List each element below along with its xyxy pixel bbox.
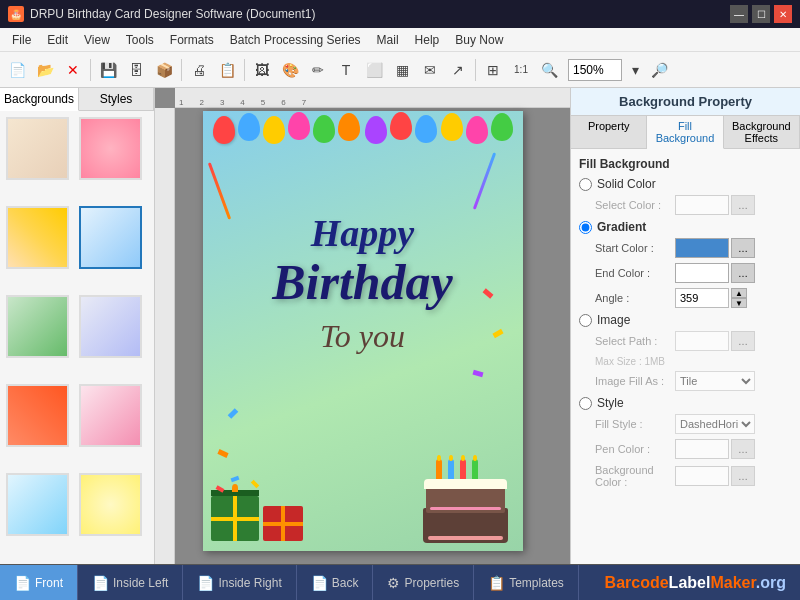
brand-text: BarcodeLabelMaker.org [605,574,786,592]
tab-inside-left[interactable]: 📄 Inside Left [78,565,183,600]
solid-color-pick-button[interactable]: … [731,195,755,215]
tab-background-effects[interactable]: Background Effects [724,116,800,148]
image-radio[interactable] [579,314,592,327]
open-button[interactable]: 📂 [32,57,58,83]
angle-down-button[interactable]: ▼ [731,298,747,308]
new-button[interactable]: 📄 [4,57,30,83]
style-radio[interactable] [579,397,592,410]
email-button[interactable]: ✉ [417,57,443,83]
fill-style-label: Fill Style : [595,418,675,430]
print-button[interactable]: 🖨 [186,57,212,83]
zoom-out-button[interactable]: 🔎 [646,57,672,83]
brand-barcode: Barcode [605,574,669,591]
menu-mail[interactable]: Mail [369,31,407,49]
fill-background-content: Fill Background Solid Color Select Color… [571,149,800,564]
pencil-button[interactable]: ✏ [305,57,331,83]
balloon-red [213,116,235,144]
grid-button[interactable]: ⊞ [480,57,506,83]
tab-backgrounds[interactable]: Backgrounds [0,88,79,111]
pen-color-swatch[interactable] [675,439,729,459]
tab-inside-right-label: Inside Right [218,576,281,590]
save-button[interactable]: 💾 [95,57,121,83]
background-thumb-5[interactable] [6,295,69,358]
bg-color-swatch[interactable] [675,466,729,486]
angle-up-button[interactable]: ▲ [731,288,747,298]
shape-button[interactable]: ⬜ [361,57,387,83]
text-button[interactable]: T [333,57,359,83]
select-path-row: Select Path : … [579,331,792,351]
tab-templates[interactable]: 📋 Templates [474,565,579,600]
tab-inside-left-label: Inside Left [113,576,168,590]
cursor-button[interactable]: ↗ [445,57,471,83]
property-tabs: Property Fill Background Background Effe… [571,116,800,149]
image-button[interactable]: 🖼 [249,57,275,83]
tab-property[interactable]: Property [571,116,647,148]
tab-front[interactable]: 📄 Front [0,565,78,600]
barcode-button[interactable]: ▦ [389,57,415,83]
menu-buynow[interactable]: Buy Now [447,31,511,49]
print2-button[interactable]: 📋 [214,57,240,83]
tab-properties[interactable]: ⚙ Properties [373,565,474,600]
solid-color-radio[interactable] [579,178,592,191]
zoom-dropdown-button[interactable]: ▾ [626,57,644,83]
horizontal-ruler: 1 2 3 4 5 6 7 [175,88,570,108]
minimize-button[interactable]: — [730,5,748,23]
background-thumb-8[interactable] [79,384,142,447]
menu-help[interactable]: Help [407,31,448,49]
background-thumb-2[interactable] [79,117,142,180]
tab-back[interactable]: 📄 Back [297,565,374,600]
panel-tabs: Backgrounds Styles [0,88,154,111]
pen-color-pick-button[interactable]: … [731,439,755,459]
solid-color-row: Solid Color [579,177,792,191]
menu-edit[interactable]: Edit [39,31,76,49]
background-thumb-9[interactable] [6,473,69,536]
ratio-button[interactable]: 1:1 [508,57,534,83]
tab-inside-right[interactable]: 📄 Inside Right [183,565,296,600]
fill-style-select[interactable]: DashedHorizontal [675,414,755,434]
right-panel: Background Property Property Fill Backgr… [570,88,800,564]
background-thumb-10[interactable] [79,473,142,536]
birthday-text: Birthday [203,255,523,310]
brand-label: Label [669,574,711,591]
maximize-button[interactable]: ☐ [752,5,770,23]
brand-maker: Maker [710,574,755,591]
close-button[interactable]: ✕ [774,5,792,23]
color-button[interactable]: 🎨 [277,57,303,83]
menu-formats[interactable]: Formats [162,31,222,49]
brand-org: .org [756,574,786,591]
background-thumb-1[interactable] [6,117,69,180]
background-thumb-3[interactable] [6,206,69,269]
solid-color-swatch[interactable] [675,195,729,215]
tab-styles[interactable]: Styles [79,88,154,110]
start-color-swatch[interactable] [675,238,729,258]
start-color-label: Start Color : [595,242,675,254]
balloon-yellow [263,116,285,144]
end-color-swatch[interactable] [675,263,729,283]
angle-input[interactable] [675,288,729,308]
save-all-button[interactable]: 📦 [151,57,177,83]
background-thumb-4[interactable] [79,206,142,269]
menu-view[interactable]: View [76,31,118,49]
canvas-area: 1 2 3 4 5 6 7 [155,88,570,564]
select-path-button[interactable]: … [731,331,755,351]
background-thumb-7[interactable] [6,384,69,447]
birthday-card[interactable]: Happy Birthday To you [203,111,523,551]
bg-color-pick-button[interactable]: … [731,466,755,486]
pen-color-row: Pen Color : … [579,439,792,459]
select-path-input[interactable] [675,331,729,351]
image-fill-as-select[interactable]: Tile [675,371,755,391]
zoom-input[interactable] [568,59,622,81]
menu-tools[interactable]: Tools [118,31,162,49]
tab-fill-background[interactable]: Fill Background [647,116,723,149]
save-as-button[interactable]: 🗄 [123,57,149,83]
gradient-radio[interactable] [579,221,592,234]
menu-file[interactable]: File [4,31,39,49]
zoom-in-button[interactable]: 🔍 [536,57,562,83]
window-controls: — ☐ ✕ [730,5,792,23]
close-doc-button[interactable]: ✕ [60,57,86,83]
background-thumb-6[interactable] [79,295,142,358]
end-color-pick-button[interactable]: … [731,263,755,283]
menu-batch[interactable]: Batch Processing Series [222,31,369,49]
balloon-purple [365,116,387,144]
start-color-pick-button[interactable]: … [731,238,755,258]
